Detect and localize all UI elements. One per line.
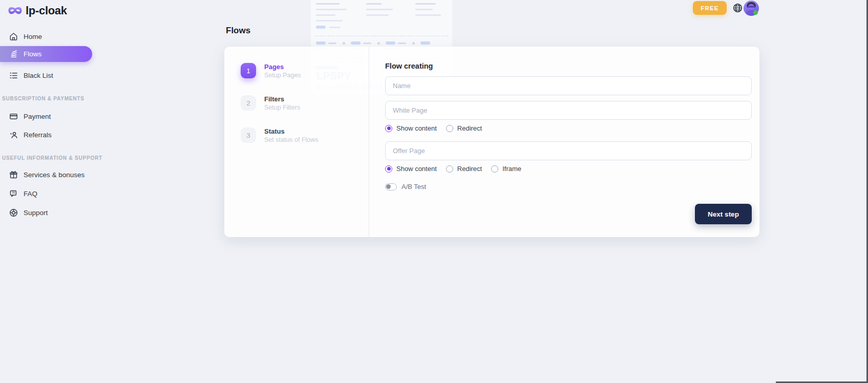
skeleton-bar xyxy=(366,14,389,16)
radio-selected-icon xyxy=(385,165,392,173)
step-title: Status xyxy=(264,127,319,135)
flow-creating-modal: 1 Pages Setup Pages 2 Filters Setup Filt… xyxy=(224,47,759,237)
step-number-badge: 1 xyxy=(241,63,256,78)
ab-test-row: A/B Test xyxy=(385,183,752,190)
sidebar-item-label: FAQ xyxy=(24,190,37,198)
skeleton-bar xyxy=(398,42,406,44)
sidebar: Home Flows Black List SUBSCRIPTION & PAY… xyxy=(0,29,92,220)
faq-bubble-icon: ?! xyxy=(9,189,18,198)
sidebar-item-label: Services & bonuses xyxy=(24,171,84,179)
skeleton-bar xyxy=(316,20,343,22)
next-step-button[interactable]: Next step xyxy=(695,204,752,224)
skeleton-bar xyxy=(328,42,336,44)
sidebar-item-label: Referrals xyxy=(24,131,52,139)
mask-icon xyxy=(8,6,23,16)
ab-test-label: A/B Test xyxy=(401,183,426,190)
white-page-redirect-radio[interactable]: Redirect xyxy=(446,124,482,132)
skeleton-bar xyxy=(366,3,382,5)
radio-icon xyxy=(446,165,453,173)
flow-form: Flow creating Show content Redirect Show… xyxy=(369,47,759,237)
sidebar-item-label: Flows xyxy=(24,50,41,58)
brand-logo[interactable]: lp-cloak xyxy=(8,4,67,17)
step-filters[interactable]: 2 Filters Setup Filters xyxy=(241,95,369,111)
sidebar-item-referrals[interactable]: Referrals xyxy=(0,127,92,142)
online-status-dot xyxy=(753,10,758,15)
skeleton-bar xyxy=(316,3,340,5)
white-page-input[interactable] xyxy=(385,101,752,120)
list-icon xyxy=(9,71,18,80)
sidebar-item-label: Black List xyxy=(24,72,53,79)
skeleton-bar xyxy=(316,9,347,10)
plan-badge-button[interactable]: FREE xyxy=(693,1,727,15)
flow-name-input[interactable] xyxy=(385,76,752,95)
radio-label: Show content xyxy=(396,165,437,173)
sidebar-item-label: Payment xyxy=(24,113,51,120)
sidebar-item-faq[interactable]: ?! FAQ xyxy=(0,186,92,201)
skeleton-bar xyxy=(363,42,371,44)
step-pages[interactable]: 1 Pages Setup Pages xyxy=(241,63,369,79)
offer-page-input[interactable] xyxy=(385,141,752,160)
skeleton-dot xyxy=(412,42,415,45)
toggle-knob xyxy=(386,184,391,189)
gift-icon xyxy=(9,171,18,179)
skeleton-bar xyxy=(329,27,341,28)
sidebar-item-label: Support xyxy=(24,209,48,217)
sidebar-item-label: Home xyxy=(24,33,42,40)
sidebar-section-subscription: SUBSCRIPTION & PAYMENTS xyxy=(0,95,92,101)
radio-label: Redirect xyxy=(457,124,482,132)
radio-icon xyxy=(491,165,498,173)
flows-icon xyxy=(9,50,18,58)
sidebar-item-support[interactable]: Support xyxy=(0,205,92,220)
section-label: USEFUL INFORMATION & SUPPORT xyxy=(2,155,102,161)
skeleton-divider xyxy=(315,36,448,36)
svg-text:?!: ?! xyxy=(12,191,15,195)
support-lifebuoy-icon xyxy=(9,208,18,217)
skeleton-dot xyxy=(343,42,345,45)
sidebar-item-home[interactable]: Home xyxy=(0,29,92,44)
page-title: Flows xyxy=(226,26,250,36)
white-page-show-content-radio[interactable]: Show content xyxy=(385,124,437,132)
referrals-icon xyxy=(9,131,18,139)
offer-page-redirect-radio[interactable]: Redirect xyxy=(446,165,482,173)
skeleton-pill xyxy=(386,41,395,45)
skeleton-bar xyxy=(366,9,393,10)
globe-icon xyxy=(733,3,743,13)
radio-selected-icon xyxy=(385,125,392,132)
skeleton-bar xyxy=(415,14,441,16)
step-title: Filters xyxy=(264,95,300,103)
offer-page-show-content-radio[interactable]: Show content xyxy=(385,165,437,173)
home-icon xyxy=(9,32,18,41)
step-subtitle: Setup Filters xyxy=(264,104,300,111)
step-title: Pages xyxy=(264,63,301,71)
ab-test-toggle[interactable] xyxy=(385,183,397,190)
radio-label: Iframe xyxy=(502,165,521,173)
skeleton-pill xyxy=(316,41,326,45)
skeleton-pill xyxy=(316,26,326,29)
skeleton-bar xyxy=(415,3,436,5)
topbar-right: FREE xyxy=(693,1,743,15)
skeleton-bar xyxy=(415,9,433,10)
sidebar-section-support: USEFUL INFORMATION & SUPPORT xyxy=(0,155,92,161)
radio-icon xyxy=(446,125,453,132)
step-subtitle: Set status of Flows xyxy=(264,136,319,143)
sidebar-item-services-bonuses[interactable]: Services & bonuses xyxy=(0,167,92,182)
step-subtitle: Setup Pages xyxy=(264,72,301,79)
radio-label: Redirect xyxy=(457,165,482,173)
offer-page-iframe-radio[interactable]: Iframe xyxy=(491,165,521,173)
brand-name: lp-cloak xyxy=(26,4,67,17)
section-label: SUBSCRIPTION & PAYMENTS xyxy=(2,96,84,101)
step-number-badge: 2 xyxy=(241,95,256,111)
stepper: 1 Pages Setup Pages 2 Filters Setup Filt… xyxy=(224,47,369,237)
white-page-mode-group: Show content Redirect xyxy=(385,124,752,132)
language-globe-button[interactable] xyxy=(733,3,743,13)
sidebar-item-payment[interactable]: Payment xyxy=(0,109,92,124)
sidebar-item-black-list[interactable]: Black List xyxy=(0,68,92,83)
skeleton-pill xyxy=(351,41,361,45)
skeleton-pill xyxy=(420,41,430,45)
credit-card-icon xyxy=(9,112,18,121)
form-title: Flow creating xyxy=(385,62,752,70)
step-status[interactable]: 3 Status Set status of Flows xyxy=(241,127,369,143)
skeleton-bar xyxy=(316,14,335,16)
sidebar-item-flows[interactable]: Flows xyxy=(0,46,92,62)
avatar-mask xyxy=(748,6,755,8)
